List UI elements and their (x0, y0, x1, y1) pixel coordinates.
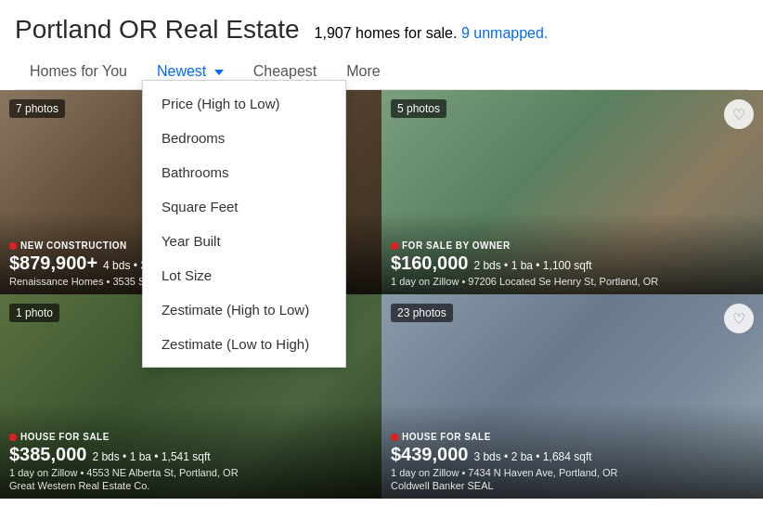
listing-sub1: 1 day on Zillow • 97206 Located Se Henry… (391, 276, 754, 287)
listing-price: $439,000 (391, 444, 468, 465)
dropdown-item[interactable]: Bedrooms (143, 121, 345, 155)
listing-info: HOUSE FOR SALE$385,0002 bds • 1 ba • 1,5… (0, 404, 382, 499)
dropdown-item[interactable]: Year Built (143, 224, 345, 258)
listing-price-row: $439,0003 bds • 2 ba • 1,684 sqft (391, 444, 754, 465)
listings-grid: 7 photosNEW CONSTRUCTION$879,900+4 bds •… (0, 90, 763, 499)
favorite-button[interactable]: ♡ (724, 304, 754, 333)
listing-info: HOUSE FOR SALE$439,0003 bds • 2 ba • 1,6… (382, 404, 763, 499)
homes-count-text: 1,907 homes for sale. 9 unmapped. (315, 25, 549, 42)
listing-price-row: $160,0002 bds • 1 ba • 1,100 sqft (391, 253, 754, 274)
badge-dot (9, 242, 17, 250)
chevron-down-icon (214, 70, 224, 75)
listing-price-row: $385,0002 bds • 1 ba • 1,541 sqft (9, 444, 372, 465)
listing-info: FOR SALE BY OWNER$160,0002 bds • 1 ba • … (382, 213, 763, 294)
listing-sub2: Coldwell Banker SEAL (391, 480, 754, 491)
newest-dropdown-wrapper: Newest Price (High to Low)BedroomsBathro… (142, 63, 239, 80)
listing-details: 2 bds • 1 ba • 1,100 sqft (473, 259, 591, 272)
listing-price: $160,000 (391, 253, 468, 274)
photo-count: 7 photos (9, 99, 65, 118)
listing-card[interactable]: 5 photos♡FOR SALE BY OWNER$160,0002 bds … (382, 90, 763, 294)
listing-details: 3 bds • 2 ba • 1,684 sqft (473, 450, 591, 463)
page-title: Portland OR Real Estate (15, 15, 300, 45)
dropdown-item[interactable]: Square Feet (143, 189, 345, 224)
listing-badge: HOUSE FOR SALE (391, 432, 754, 442)
listing-sub1: 1 day on Zillow • 4553 NE Alberta St, Po… (9, 467, 372, 478)
photo-count: 5 photos (391, 99, 446, 118)
tabs-bar: Homes for You Newest Price (High to Low)… (15, 54, 748, 90)
tab-homes-for-you[interactable]: Homes for You (15, 54, 142, 89)
title-row: Portland OR Real Estate 1,907 homes for … (15, 15, 748, 45)
favorite-button[interactable]: ♡ (724, 99, 754, 129)
dropdown-item[interactable]: Price (High to Low) (143, 86, 345, 121)
listing-sub2: Great Western Real Estate Co. (9, 480, 372, 491)
dropdown-item[interactable]: Lot Size (143, 258, 345, 292)
dropdown-item[interactable]: Zestimate (Low to High) (143, 327, 345, 361)
photo-count: 23 photos (391, 304, 453, 322)
listing-card[interactable]: 23 photos♡HOUSE FOR SALE$439,0003 bds • … (382, 294, 763, 499)
listing-details: 2 bds • 1 ba • 1,541 sqft (92, 450, 210, 463)
listing-price: $385,000 (9, 444, 86, 465)
listing-sub1: 1 day on Zillow • 7434 N Haven Ave, Port… (391, 467, 754, 478)
badge-dot (391, 434, 398, 441)
listing-badge: FOR SALE BY OWNER (391, 240, 754, 251)
listing-badge: HOUSE FOR SALE (9, 432, 372, 442)
photo-count: 1 photo (9, 304, 59, 322)
page-header: Portland OR Real Estate 1,907 homes for … (0, 0, 763, 90)
dropdown-item[interactable]: Bathrooms (143, 155, 345, 189)
sort-dropdown-menu: Price (High to Low)BedroomsBathroomsSqua… (142, 80, 346, 368)
listing-details: 4 bds • 3 (103, 259, 147, 272)
listing-price: $879,900+ (9, 253, 97, 274)
dropdown-item[interactable]: Zestimate (High to Low) (143, 292, 345, 327)
unmapped-link[interactable]: 9 unmapped. (461, 25, 548, 41)
badge-dot (9, 434, 17, 441)
badge-dot (391, 242, 398, 250)
